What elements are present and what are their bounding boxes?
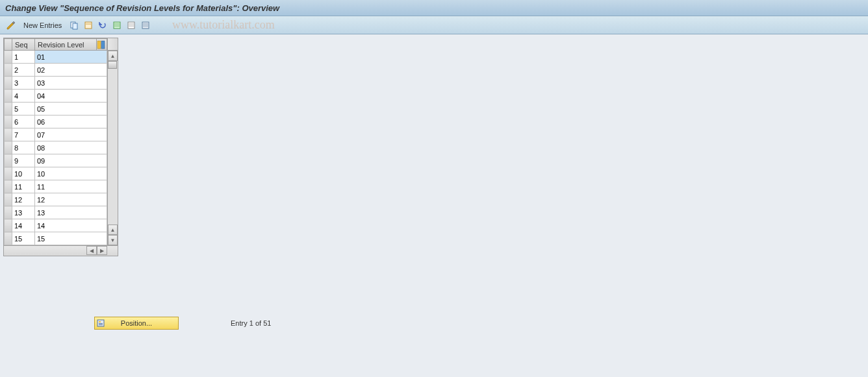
toolbar: New Entries bbox=[0, 16, 868, 34]
revision-cell[interactable]: 09 bbox=[35, 154, 107, 167]
svg-rect-1 bbox=[73, 23, 77, 29]
seq-cell[interactable]: 9 bbox=[12, 154, 35, 167]
seq-cell[interactable]: 10 bbox=[12, 167, 35, 180]
table-row: 1010 bbox=[5, 167, 107, 180]
select-all-icon[interactable] bbox=[111, 19, 123, 31]
entry-count-text: Entry 1 of 51 bbox=[231, 319, 271, 327]
row-handle[interactable] bbox=[5, 116, 12, 128]
watermark-text: www.tutorialkart.com bbox=[172, 18, 275, 32]
undo-icon[interactable] bbox=[97, 19, 108, 31]
seq-cell[interactable]: 13 bbox=[12, 206, 35, 219]
svg-rect-14 bbox=[101, 41, 105, 49]
revision-cell[interactable]: 04 bbox=[35, 90, 107, 103]
row-handle[interactable] bbox=[5, 141, 12, 154]
header-bar: Change View "Sequence of Revision Levels… bbox=[0, 0, 868, 16]
vertical-scrollbar[interactable]: ▲ ▲ ▼ bbox=[107, 38, 118, 245]
table-row: 1212 bbox=[5, 193, 107, 206]
seq-column-header[interactable]: Seq bbox=[12, 39, 35, 51]
table-row: 303 bbox=[5, 77, 107, 90]
revision-column-header[interactable]: Revision Level bbox=[35, 39, 97, 51]
row-handle[interactable] bbox=[5, 180, 12, 193]
table-row: 101 bbox=[5, 51, 107, 64]
scroll-left-button[interactable]: ◀ bbox=[86, 246, 97, 255]
table-row: 1414 bbox=[5, 219, 107, 232]
seq-cell[interactable]: 2 bbox=[12, 64, 35, 77]
table-row: 606 bbox=[5, 116, 107, 128]
scroll-track[interactable] bbox=[108, 61, 118, 225]
seq-cell[interactable]: 8 bbox=[12, 141, 35, 154]
row-handle[interactable] bbox=[5, 51, 12, 64]
revision-cell[interactable]: 10 bbox=[35, 167, 107, 180]
svg-rect-17 bbox=[99, 323, 103, 324]
revision-cell[interactable]: 08 bbox=[35, 141, 107, 154]
table-row: 1111 bbox=[5, 180, 107, 193]
table-row: 808 bbox=[5, 141, 107, 154]
revision-cell[interactable]: 15 bbox=[35, 232, 107, 245]
seq-cell[interactable]: 3 bbox=[12, 77, 35, 90]
scroll-up-button[interactable]: ▲ bbox=[108, 51, 118, 61]
position-area: Position... Entry 1 of 51 bbox=[94, 317, 271, 330]
revision-cell[interactable]: 07 bbox=[35, 128, 107, 141]
row-handle[interactable] bbox=[5, 128, 12, 141]
seq-cell[interactable]: 4 bbox=[12, 90, 35, 103]
table-row: 1313 bbox=[5, 206, 107, 219]
revision-cell[interactable]: 03 bbox=[35, 77, 107, 90]
table-row: 202 bbox=[5, 64, 107, 77]
copy-icon[interactable] bbox=[68, 19, 80, 31]
seq-cell[interactable]: 15 bbox=[12, 232, 35, 245]
revision-cell[interactable]: 11 bbox=[35, 180, 107, 193]
scroll-down-button[interactable]: ▼ bbox=[108, 235, 118, 245]
deselect-all-icon[interactable] bbox=[125, 19, 137, 31]
content-area: Seq Revision Level 1012 bbox=[0, 34, 868, 377]
seq-cell[interactable]: 14 bbox=[12, 219, 35, 232]
scroll-down-step-button[interactable]: ▲ bbox=[108, 225, 118, 235]
table-row: 404 bbox=[5, 90, 107, 103]
horizontal-scrollbar[interactable]: ◀ ▶ bbox=[4, 245, 118, 256]
scroll-right-button[interactable]: ▶ bbox=[97, 246, 107, 255]
revision-cell[interactable]: 02 bbox=[35, 64, 107, 77]
seq-cell[interactable]: 11 bbox=[12, 180, 35, 193]
seq-cell[interactable]: 7 bbox=[12, 128, 35, 141]
new-entries-button[interactable]: New Entries bbox=[19, 20, 66, 30]
svg-rect-10 bbox=[142, 22, 149, 29]
row-handle[interactable] bbox=[5, 232, 12, 245]
config-column-button[interactable] bbox=[97, 39, 107, 51]
delete-icon[interactable] bbox=[83, 19, 94, 31]
revision-cell[interactable]: 13 bbox=[35, 206, 107, 219]
position-label: Position... bbox=[121, 319, 152, 327]
revision-cell[interactable]: 06 bbox=[35, 116, 107, 128]
scroll-thumb[interactable] bbox=[108, 61, 117, 69]
svg-rect-16 bbox=[99, 321, 101, 322]
table-row: 505 bbox=[5, 103, 107, 116]
svg-rect-18 bbox=[99, 324, 103, 325]
seq-cell[interactable]: 1 bbox=[12, 51, 35, 64]
table-row: 1515 bbox=[5, 232, 107, 245]
svg-rect-4 bbox=[114, 22, 120, 29]
row-handle[interactable] bbox=[5, 64, 12, 77]
row-handle[interactable] bbox=[5, 103, 12, 116]
revision-cell[interactable]: 05 bbox=[35, 103, 107, 116]
position-icon bbox=[97, 319, 106, 328]
table-row: 707 bbox=[5, 128, 107, 141]
row-handle[interactable] bbox=[5, 154, 12, 167]
change-icon[interactable] bbox=[5, 19, 17, 31]
row-handle[interactable] bbox=[5, 77, 12, 90]
revision-cell[interactable]: 14 bbox=[35, 219, 107, 232]
data-table: Seq Revision Level 1012 bbox=[4, 38, 107, 245]
svg-rect-7 bbox=[128, 22, 134, 29]
print-icon[interactable] bbox=[140, 19, 151, 31]
position-button[interactable]: Position... bbox=[94, 317, 179, 330]
seq-cell[interactable]: 5 bbox=[12, 103, 35, 116]
row-handle[interactable] bbox=[5, 206, 12, 219]
seq-cell[interactable]: 6 bbox=[12, 116, 35, 128]
row-handle[interactable] bbox=[5, 219, 12, 232]
row-handle[interactable] bbox=[5, 193, 12, 206]
revision-cell[interactable]: 12 bbox=[35, 193, 107, 206]
seq-cell[interactable]: 12 bbox=[12, 193, 35, 206]
revision-cell[interactable]: 01 bbox=[35, 51, 107, 64]
table-corner[interactable] bbox=[5, 39, 12, 51]
svg-rect-13 bbox=[97, 41, 101, 49]
row-handle[interactable] bbox=[5, 167, 12, 180]
row-handle[interactable] bbox=[5, 90, 12, 103]
table-container: Seq Revision Level 1012 bbox=[3, 38, 118, 256]
